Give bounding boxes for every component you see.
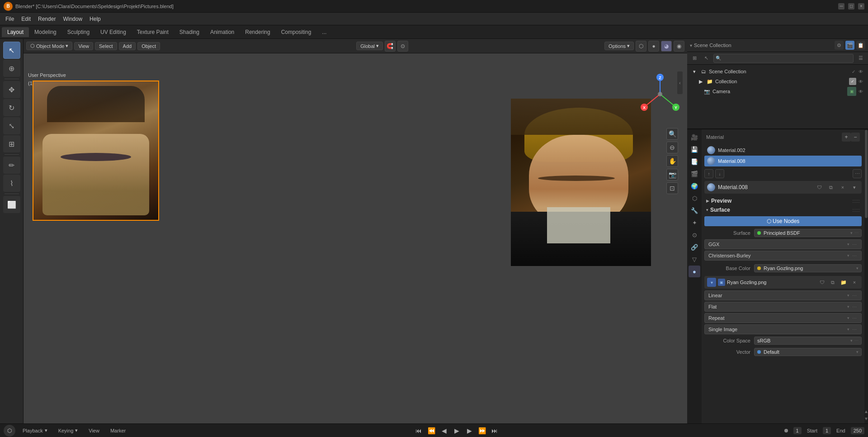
camera-button[interactable]: 📷 — [666, 169, 678, 180]
tool-cursor[interactable]: ⊕ — [3, 60, 20, 77]
prop-particles-icon[interactable]: ✦ — [689, 217, 700, 228]
image-texture-type-selector[interactable]: ▾ — [707, 278, 716, 287]
close-button[interactable]: × — [858, 3, 864, 10]
prop-constraints-icon[interactable]: 🔗 — [689, 241, 700, 253]
color-space-value[interactable]: sRGB ▾ ⋯ — [754, 337, 862, 345]
keying-button[interactable]: Keying ▾ — [55, 427, 82, 434]
view-menu[interactable]: View — [74, 42, 93, 50]
camera-eye[interactable]: 👁 — [857, 88, 864, 95]
preview-section-header[interactable]: ▶ Preview :::::: — [704, 196, 862, 205]
prop-physics-icon[interactable]: ⊙ — [689, 229, 700, 241]
material-add-button[interactable]: + — [842, 133, 851, 142]
distribution-dropdown[interactable]: GGX ▾ ⋯ — [704, 239, 862, 249]
prop-render-icon[interactable]: 🎥 — [689, 131, 700, 143]
options-button[interactable]: Options ▾ — [604, 42, 634, 50]
tab-more[interactable]: ... — [316, 27, 332, 37]
play-button[interactable]: ▶ — [451, 425, 462, 436]
outliner-viewlayer-button[interactable]: 📋 — [856, 41, 865, 50]
jump-end-button[interactable]: ⏭ — [489, 425, 500, 436]
add-menu[interactable]: Add — [119, 42, 136, 50]
material-down-button[interactable]: ↓ — [715, 169, 724, 178]
mode-selector[interactable]: ⬡ Object Mode ▾ — [26, 42, 72, 50]
view-button[interactable]: View — [85, 427, 103, 434]
image-texture-shield-icon[interactable]: 🛡 — [817, 278, 826, 287]
frame-start[interactable]: 1 — [823, 427, 831, 434]
outliner-item-camera[interactable]: 📷 Camera ▣ 👁 — [702, 86, 866, 96]
subsurface-dropdown[interactable]: Christensen-Burley ▾ ⋯ — [704, 251, 862, 261]
tab-modeling[interactable]: Modeling — [29, 27, 62, 37]
axis-gizmo[interactable]: Z X Y — [640, 74, 680, 114]
prop-material-icon[interactable]: ● — [689, 266, 700, 277]
tab-rendering[interactable]: Rendering — [240, 27, 275, 37]
playback-button[interactable]: Playback ▾ — [19, 427, 51, 434]
material-shield-icon[interactable]: 🛡 — [815, 183, 824, 192]
scroll-down-arrow[interactable]: ▼ — [865, 415, 868, 422]
tool-move[interactable]: ✥ — [3, 81, 20, 98]
scene-collection-check[interactable]: ✓ — [850, 68, 857, 75]
prev-frame-button[interactable]: ⏪ — [426, 425, 437, 436]
outliner-filter-icons[interactable]: ☰ — [856, 54, 865, 63]
surface-field-value[interactable]: Principled BSDF ▾ ⋯ — [754, 229, 862, 237]
prop-object-icon[interactable]: ⬡ — [689, 192, 700, 204]
global-dropdown[interactable]: Global ▾ — [356, 42, 383, 50]
prop-output-icon[interactable]: 💾 — [689, 143, 700, 155]
prev-keyframe-button[interactable]: ◀ — [439, 425, 449, 436]
tool-scale[interactable]: ⤡ — [3, 117, 20, 134]
vector-value[interactable]: Default ▾ — [754, 348, 862, 356]
collection-check-box[interactable]: ✓ — [849, 78, 856, 85]
scene-selector-button[interactable]: ⬡ — [4, 425, 15, 437]
material-item-002[interactable]: Material.002 — [704, 145, 862, 156]
select-menu[interactable]: Select — [95, 42, 117, 50]
maximize-button[interactable]: □ — [848, 3, 854, 10]
frame-end[interactable]: 250 — [851, 427, 864, 434]
image-source-dropdown[interactable]: Single Image ▾ ⋯ — [704, 324, 862, 334]
material-unlink-icon[interactable]: × — [838, 183, 847, 192]
menu-file[interactable]: File — [2, 15, 18, 23]
snap-toggle[interactable]: 🧲 — [385, 41, 396, 52]
selected-object[interactable] — [33, 81, 159, 221]
viewport-collapse-arrow[interactable]: ‹ — [677, 71, 683, 94]
marker-button[interactable]: Marker — [107, 427, 129, 434]
interpolation-dropdown[interactable]: Linear ▾ ⋯ — [704, 290, 862, 300]
ortho-button[interactable]: ⊡ — [666, 182, 678, 194]
tab-compositing[interactable]: Compositing — [276, 27, 317, 37]
tool-transform[interactable]: ⊞ — [3, 135, 20, 152]
jump-start-button[interactable]: ⏮ — [413, 425, 424, 436]
tab-shading[interactable]: Shading — [174, 27, 205, 37]
zoom-out-button[interactable]: ⊖ — [666, 142, 678, 153]
extension-dropdown[interactable]: Repeat ▾ ⋯ — [704, 313, 862, 323]
surface-section-header[interactable]: ▾ Surface :::::: — [704, 205, 862, 214]
projection-dropdown[interactable]: Flat ▾ ⋯ — [704, 302, 862, 312]
properties-scrollbar[interactable]: ▲ ▼ — [864, 129, 868, 423]
menu-help[interactable]: Help — [86, 15, 104, 23]
viewport-shading-solid[interactable]: ● — [648, 41, 659, 52]
prop-view-layer-icon[interactable]: 📑 — [689, 156, 700, 167]
prop-world-icon[interactable]: 🌍 — [689, 180, 700, 192]
minimize-button[interactable]: ─ — [838, 3, 844, 10]
material-up-button[interactable]: ↑ — [704, 169, 713, 178]
grab-button[interactable]: ✋ — [666, 155, 678, 167]
use-nodes-button[interactable]: ⬡ Use Nodes — [704, 216, 862, 226]
viewport-area[interactable]: ⬡ Object Mode ▾ View Select Add Object — [24, 39, 687, 423]
outliner-item-collection[interactable]: ▶ 📁 Collection ✓ 👁 — [695, 76, 866, 86]
prop-scene-icon[interactable]: 🎬 — [689, 168, 700, 180]
material-sort-button[interactable]: ⋯ — [853, 169, 862, 178]
outliner-view-button[interactable]: ⊞ — [690, 54, 699, 63]
proportional-edit[interactable]: ⊙ — [397, 41, 408, 52]
menu-edit[interactable]: Edit — [18, 15, 34, 23]
outliner-item-scene-collection[interactable]: ▾ 🗂 Scene Collection ✓ 👁 — [689, 66, 866, 76]
tab-sculpting[interactable]: Sculpting — [62, 27, 95, 37]
collection-eye[interactable]: 👁 — [857, 78, 864, 85]
tab-texture-paint[interactable]: Texture Paint — [132, 27, 174, 37]
tab-animation[interactable]: Animation — [205, 27, 240, 37]
material-remove-button[interactable]: − — [851, 133, 860, 142]
tab-uv-editing[interactable]: UV Editing — [95, 27, 132, 37]
scrollbar-thumb[interactable] — [865, 130, 868, 218]
next-keyframe-button[interactable]: ▶ — [464, 425, 475, 436]
outliner-scene-button[interactable]: 🎬 — [845, 41, 854, 50]
current-frame[interactable]: 1 — [793, 427, 802, 434]
prop-modifier-icon[interactable]: 🔧 — [689, 204, 700, 216]
tool-add-cube[interactable]: ⬜ — [3, 196, 20, 213]
image-texture-close-icon[interactable]: × — [850, 278, 859, 287]
viewport-shading-wire[interactable]: ⬡ — [636, 41, 646, 52]
